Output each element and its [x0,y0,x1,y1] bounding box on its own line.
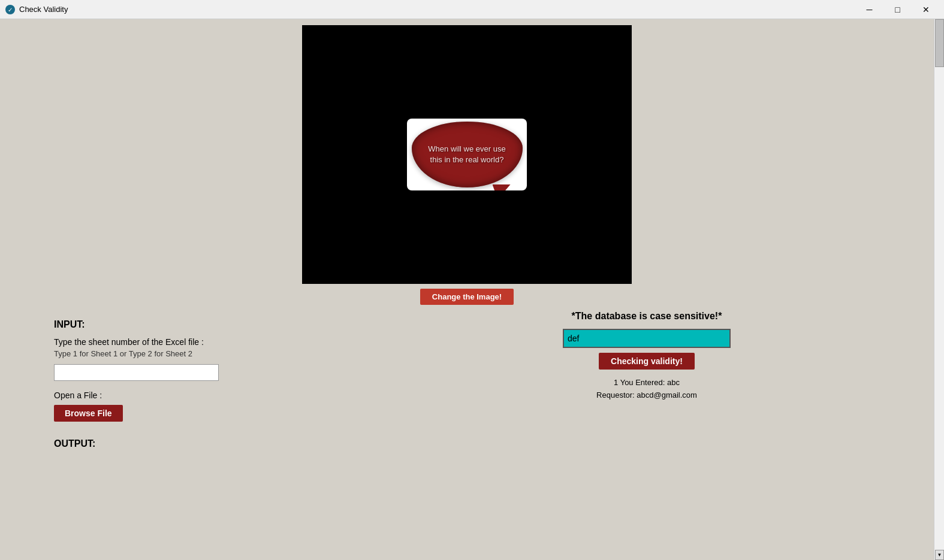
window-controls: ─ □ ✕ [856,1,939,18]
app-icon: ✓ [5,4,16,15]
scrollbar-track: ▲ ▼ [934,19,944,560]
titlebar: ✓ Check Validity ─ □ ✕ [0,0,944,19]
change-image-btn-container: Change the Image! [420,289,514,305]
main-content: When will we ever use this in the real w… [0,19,934,560]
search-input[interactable] [563,329,731,348]
result-line1: 1 You Entered: abc [596,377,697,389]
right-column: *The database is case sensitive!* Checki… [360,305,934,456]
maximize-button[interactable]: □ [884,1,911,18]
checking-validity-button[interactable]: Checking validity! [599,353,695,370]
scrollbar-thumb[interactable] [935,19,944,67]
change-image-button[interactable]: Change the Image! [420,289,514,305]
sheet-label: Type the sheet number of the Excel file … [54,337,360,347]
output-heading: OUTPUT: [54,438,360,449]
speech-bubble-inner: When will we ever use this in the real w… [412,122,523,187]
window-title: Check Validity [19,5,856,14]
sheet-number-input[interactable] [54,364,219,381]
scrollbar-down-arrow[interactable]: ▼ [935,550,944,560]
center-column: When will we ever use this in the real w… [0,25,934,305]
result-line2: Requestor: abcd@gmail.com [596,389,697,402]
open-file-label: Open a File : [54,391,360,400]
sheet-hint: Type 1 for Sheet 1 or Type 2 for Sheet 2 [54,349,360,358]
input-heading: INPUT: [54,319,360,330]
result-text: 1 You Entered: abc Requestor: abcd@gmail… [596,377,697,402]
left-column: INPUT: Type the sheet number of the Exce… [0,305,360,456]
svg-text:✓: ✓ [8,7,13,13]
input-section: INPUT: Type the sheet number of the Exce… [27,319,360,422]
minimize-button[interactable]: ─ [856,1,883,18]
close-button[interactable]: ✕ [912,1,939,18]
output-section: OUTPUT: [27,438,360,449]
case-sensitive-notice: *The database is case sensitive!* [572,311,722,322]
two-col-layout: INPUT: Type the sheet number of the Exce… [0,305,934,456]
speech-bubble-text: When will we ever use this in the real w… [423,139,510,170]
browse-file-button[interactable]: Browse File [54,405,123,422]
image-panel: When will we ever use this in the real w… [302,25,632,284]
page-wrapper: When will we ever use this in the real w… [0,25,934,560]
speech-bubble: When will we ever use this in the real w… [407,119,527,190]
